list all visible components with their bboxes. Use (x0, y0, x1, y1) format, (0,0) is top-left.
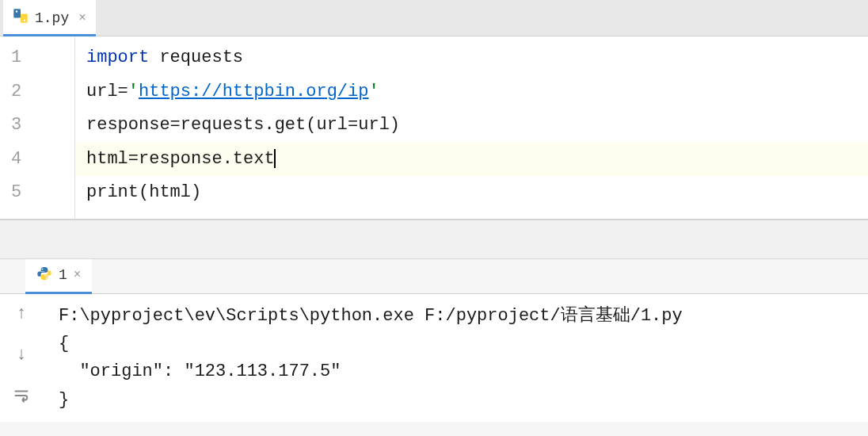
svg-point-2 (16, 10, 18, 13)
code-editor[interactable]: 12345 import requestsurl='https://httpbi… (0, 36, 868, 219)
code-line[interactable]: import requests (86, 41, 868, 75)
code-line[interactable]: response=requests.get(url=url) (86, 109, 868, 143)
console-body: ↑ ↓ F:\pyproject\ev\Scripts\python.exe F… (0, 294, 868, 422)
code-line[interactable]: print(html) (86, 176, 868, 210)
line-gutter: 12345 (0, 36, 75, 219)
text-cursor (274, 149, 276, 168)
svg-point-5 (46, 277, 48, 278)
close-icon[interactable]: × (78, 11, 86, 25)
line-number: 2 (0, 75, 74, 109)
svg-point-3 (24, 19, 26, 21)
python-icon (36, 266, 52, 285)
console-tab[interactable]: 1 × (25, 259, 92, 294)
arrow-up-icon[interactable]: ↑ (9, 300, 34, 326)
editor-pane: 1.py × 12345 import requestsurl='https:/… (0, 0, 868, 220)
svg-point-4 (42, 268, 44, 270)
line-number: 5 (0, 176, 74, 210)
code-content[interactable]: import requestsurl='https://httpbin.org/… (75, 36, 868, 219)
file-tab[interactable]: 1.py × (3, 0, 96, 36)
console-line: "origin": "123.113.177.5" (59, 358, 852, 385)
code-line[interactable]: url='https://httpbin.org/ip' (86, 75, 868, 109)
console-line: } (59, 386, 852, 414)
console-line: { (59, 330, 852, 358)
pane-separator (0, 220, 868, 259)
console-output[interactable]: F:\pyproject\ev\Scripts\python.exe F:/py… (43, 294, 868, 422)
console-tabs-bar: 1 × (0, 259, 868, 294)
python-file-icon (13, 8, 29, 28)
line-number: 4 (0, 143, 74, 177)
line-number: 3 (0, 109, 74, 143)
line-number: 1 (0, 41, 74, 75)
editor-tabs-bar: 1.py × (0, 0, 868, 36)
console-toolbar: ↑ ↓ (0, 294, 43, 422)
soft-wrap-icon[interactable] (9, 383, 34, 408)
close-icon[interactable]: × (74, 268, 82, 282)
console-pane: 1 × ↑ ↓ F:\pyproject\ev\Scripts\python.e… (0, 259, 868, 422)
tab-filename: 1.py (35, 10, 69, 26)
console-tab-name: 1 (59, 267, 67, 283)
console-line: F:\pyproject\ev\Scripts\python.exe F:/py… (59, 302, 852, 330)
arrow-down-icon[interactable]: ↓ (9, 342, 34, 367)
svg-rect-0 (13, 9, 21, 17)
svg-rect-1 (21, 14, 28, 23)
code-line[interactable]: html=response.text (75, 143, 868, 177)
